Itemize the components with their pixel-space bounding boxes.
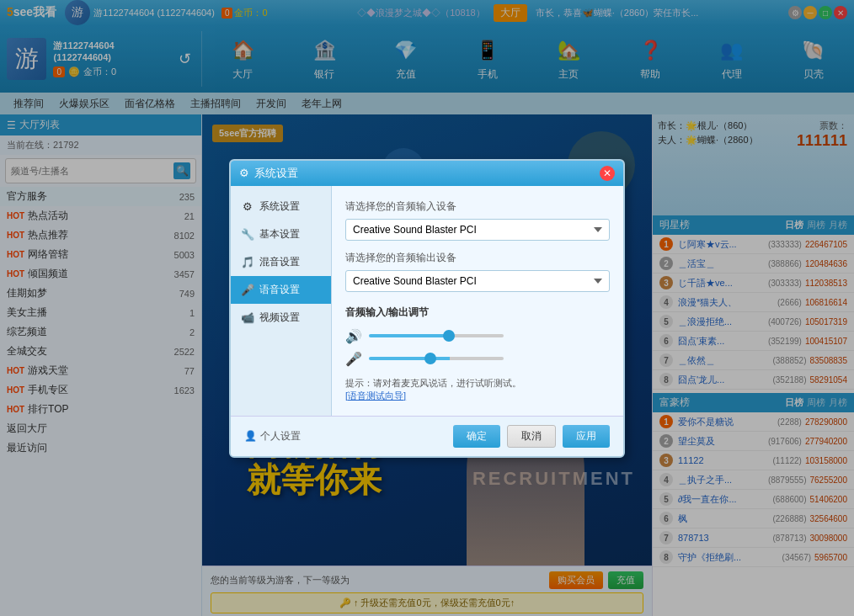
modal-left-nav: ⚙ 系统设置 🔧 基本设置 🎵 混音设置 🎤 语音设置 📹 视频设置 bbox=[231, 186, 332, 416]
modal-nav-system[interactable]: ⚙ 系统设置 bbox=[231, 193, 331, 220]
input-device-label: 请选择您的音频输入设备 bbox=[345, 199, 610, 214]
mic-volume-slider[interactable] bbox=[369, 357, 504, 360]
mic-slider-row: 🎤 bbox=[345, 351, 610, 367]
settings-icon: ⚙ bbox=[239, 167, 249, 179]
hint-link[interactable]: [语音测试向导] bbox=[345, 390, 610, 402]
footer-buttons: 确定 取消 应用 bbox=[453, 425, 610, 448]
output-device-field: 请选择您的音频输出设备 Creative Sound Blaster PCI bbox=[345, 251, 610, 292]
modal-nav-voice[interactable]: 🎤 语音设置 bbox=[231, 276, 331, 304]
mic-nav-icon: 🎤 bbox=[241, 283, 254, 296]
music-icon: 🎵 bbox=[241, 255, 254, 268]
modal-overlay: ⚙ 系统设置 ✕ ⚙ 系统设置 🔧 基本设置 🎵 混音设置 bbox=[0, 0, 854, 616]
microphone-icon: 🎤 bbox=[345, 351, 362, 367]
modal-footer: 👤 个人设置 确定 取消 应用 bbox=[231, 416, 623, 456]
personal-settings-link[interactable]: 👤 个人设置 bbox=[244, 429, 301, 443]
camera-icon: 📹 bbox=[241, 311, 254, 324]
output-device-select[interactable]: Creative Sound Blaster PCI bbox=[345, 270, 610, 292]
output-device-label: 请选择您的音频输出设备 bbox=[345, 251, 610, 265]
person-icon: 👤 bbox=[244, 430, 257, 442]
hint-text: 提示：请对着麦克风说话，进行试听测试。 bbox=[345, 377, 610, 390]
modal-titlebar: ⚙ 系统设置 ✕ bbox=[231, 161, 623, 186]
cancel-button[interactable]: 取消 bbox=[507, 425, 556, 448]
wrench-icon: 🔧 bbox=[241, 227, 254, 241]
settings-modal: ⚙ 系统设置 ✕ ⚙ 系统设置 🔧 基本设置 🎵 混音设置 bbox=[229, 159, 625, 458]
ok-button[interactable]: 确定 bbox=[453, 425, 500, 448]
modal-nav-mix[interactable]: 🎵 混音设置 bbox=[231, 248, 331, 276]
modal-nav-basic[interactable]: 🔧 基本设置 bbox=[231, 220, 331, 248]
apply-button[interactable]: 应用 bbox=[563, 425, 610, 448]
input-device-select[interactable]: Creative Sound Blaster PCI bbox=[345, 219, 610, 241]
speaker-icon: 🔊 bbox=[345, 328, 362, 344]
modal-nav-video[interactable]: 📹 视频设置 bbox=[231, 304, 331, 332]
audio-adjust-section: 音频输入/输出调节 🔊 🎤 bbox=[345, 305, 610, 367]
input-device-field: 请选择您的音频输入设备 Creative Sound Blaster PCI bbox=[345, 199, 610, 241]
audio-adjust-title: 音频输入/输出调节 bbox=[345, 305, 610, 320]
modal-content-area: 请选择您的音频输入设备 Creative Sound Blaster PCI 请… bbox=[332, 186, 623, 416]
modal-close-button[interactable]: ✕ bbox=[600, 166, 615, 181]
speaker-slider-row: 🔊 bbox=[345, 328, 610, 344]
speaker-volume-slider[interactable] bbox=[369, 334, 504, 337]
modal-body: ⚙ 系统设置 🔧 基本设置 🎵 混音设置 🎤 语音设置 📹 视频设置 bbox=[231, 186, 623, 416]
system-icon: ⚙ bbox=[241, 199, 254, 213]
modal-title: ⚙ 系统设置 bbox=[239, 166, 298, 181]
